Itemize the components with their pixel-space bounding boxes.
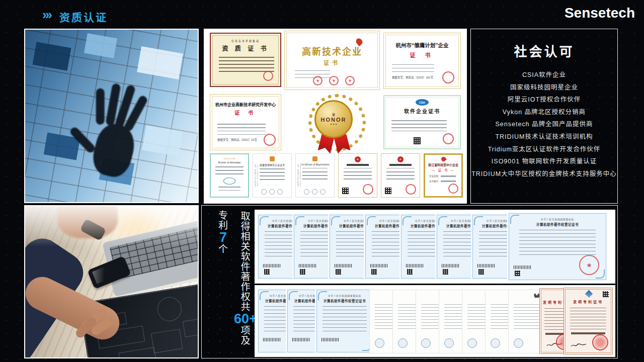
blue-corner-ornament	[331, 216, 340, 225]
social-recognition-panel: 社会认可 CSIA软件企业 国家级科技园明星企业 阿里云IOT授权合作伙伴 Vy…	[470, 29, 618, 204]
certificate-zhejiang-sme: 浙江省科技型中小企业 — 证 书 — 企业名称： 证书编号：	[424, 153, 463, 198]
qr-code-icon	[603, 291, 609, 297]
blue-corner-ornament	[474, 216, 483, 225]
cert-title: 高新技术企业	[285, 44, 379, 57]
accreditation-logos	[261, 189, 283, 195]
cert-body-lines	[391, 120, 447, 132]
medal-dots: • • •	[331, 123, 337, 126]
qr-code-icon	[443, 269, 448, 275]
signature-scribble	[570, 342, 587, 349]
cert-doc-number: 依据文号：杭科高〔2022〕01号	[217, 138, 257, 142]
barcode-icon	[442, 264, 459, 267]
registrar-emblem-icon	[270, 156, 275, 161]
red-seal-icon	[592, 334, 608, 350]
cert-subtitle: 证 书	[210, 109, 281, 116]
certificates-board: 信息安全系统集成 资 质 证 书 高新技术企业 证书 ★ ★ ★ 杭州市“雏鹰计…	[204, 29, 467, 204]
social-item: 国家级科技园明星企业	[471, 81, 617, 94]
social-item: TRIDIUM技术认证技术培训机构	[471, 131, 617, 143]
red-seal-icon	[263, 71, 273, 81]
social-item: CSIA软件企业	[471, 69, 617, 81]
blue-corner-ornament	[438, 216, 447, 225]
cert-title: 资 质 证 书	[211, 44, 280, 52]
honor-medal: ♛ HONOR • • •	[304, 92, 365, 151]
red-seal-icon: ★	[313, 76, 323, 85]
blue-corner-ornament	[260, 291, 269, 300]
qr-code-icon	[300, 269, 305, 275]
csia-logo: CSIA	[416, 99, 429, 106]
side-caption: CERTIFICATE OF REGISTRATION	[254, 157, 258, 194]
cert-body-lines	[386, 168, 415, 181]
cert-body-lines	[392, 64, 434, 72]
slide: ››› 资质认证 Sensetech 信息安全系统集成 资 质 证 书	[0, 0, 644, 362]
teal-stamp-icon	[223, 177, 235, 185]
side-caption: CERTIFICATE OF REGISTRATION	[297, 157, 301, 194]
national-emblem-icon: ★	[397, 156, 404, 162]
field-value-bar	[441, 175, 456, 177]
blue-stamp-icon	[444, 338, 454, 348]
cert-body-lines	[323, 306, 366, 333]
red-seal-icon	[448, 184, 458, 194]
barcode-icon	[335, 264, 352, 267]
photo-video-wall	[24, 29, 199, 203]
finger	[96, 88, 105, 125]
patents-strip: 中华人民共和国国家版权局 计算机软件著作权登记证书 中华人民共和国国家版权局 计…	[255, 285, 615, 357]
brand-logo: Sensetech	[565, 5, 635, 21]
certificate-registration-cn: CERTIFICATE OF REGISTRATION 质量管理体系认证证书	[253, 153, 292, 198]
barcode-icon	[292, 338, 309, 341]
field-value-bar	[441, 180, 456, 182]
blue-stamp-icon	[491, 338, 500, 348]
software-copyright-certificate-front: 中华人民共和国国家版权局 计算机软件著作权登记证书 ★	[507, 212, 608, 282]
medal-core: ♛ HONOR • • •	[314, 100, 353, 138]
crown-icon: ♛	[332, 113, 336, 117]
barcode-icon	[263, 264, 280, 267]
cert-body-lines	[217, 124, 266, 135]
thumb	[68, 126, 96, 154]
social-item: ISO9001 物联网软件开发质量认证	[471, 155, 617, 168]
social-item: Sensetech 品牌全国产品提供商	[471, 118, 617, 131]
social-item: Vykon 品牌北区授权分销商	[471, 106, 617, 119]
cert-title: 浙江省科技型中小企业	[425, 162, 461, 167]
social-heading: 社会认可	[471, 41, 617, 60]
photo-workspace	[24, 205, 199, 358]
blue-corner-ornament	[510, 215, 519, 224]
qr-code-icon	[336, 269, 341, 275]
registrar-emblem-icon	[312, 156, 317, 161]
qr-code-icon	[515, 270, 520, 276]
certificate-national-emblem-2: ★	[381, 153, 420, 198]
cert-body-lines	[295, 70, 330, 80]
cert-title: 质量管理体系认证证书	[253, 163, 291, 166]
barcode-icon	[477, 264, 495, 267]
cert-field: 企业名称：	[425, 174, 461, 177]
social-list: CSIA软件企业 国家级科技园明星企业 阿里云IOT授权合作伙伴 Vykon 品…	[471, 69, 617, 180]
blue-stamp-icon	[398, 338, 408, 348]
patent-count-vertical-text: 专利7个	[218, 211, 228, 254]
software-copyright-strip: 中华人民共和国国家版权局 计算机软件著作权登记证书 ★ 中华人民共和国国家版权局…	[255, 210, 615, 284]
cert-doc-number: 依据文号：杭科高〔2019〕161号	[392, 75, 433, 79]
social-item: 阿里云IOT授权合作伙伴	[471, 94, 617, 106]
red-seal-icon	[443, 133, 454, 144]
cert-subtitle: 证书	[285, 58, 379, 66]
qr-code-icon	[478, 269, 484, 275]
cert-tagline: 信息安全系统集成	[211, 39, 280, 42]
cert-title: Certificate of Registration	[296, 163, 334, 166]
certificate-power-of-attorney: TRIDIUM Power of Attorney	[210, 153, 249, 198]
cert-subtitle: — 证 书 —	[425, 167, 461, 172]
blue-stamp-icon	[421, 338, 431, 348]
cert-title: 杭州市企业高新技术研究开发中心	[210, 102, 281, 107]
blue-stamp-icon	[467, 338, 477, 348]
blue-corner-ornament	[260, 216, 269, 225]
barcode-icon	[321, 338, 339, 341]
tridium-brand: TRIDIUM	[211, 157, 248, 160]
barcode-icon	[299, 264, 316, 267]
cert-body-lines	[260, 168, 285, 182]
cert-title: Power of Attorney	[211, 161, 248, 164]
tablet-ui-circle	[155, 295, 183, 323]
blue-corner-ornament	[367, 216, 376, 225]
tablet-ui-box	[118, 347, 157, 358]
barcode-icon	[263, 338, 280, 341]
barcode-icon	[514, 265, 531, 269]
field-label: 证书编号：	[429, 180, 441, 183]
copyright-count-vertical-text: 取得相关软件著作权共60+项及	[234, 212, 257, 345]
cert-body-lines	[570, 308, 607, 330]
qr-code-icon	[385, 188, 391, 194]
